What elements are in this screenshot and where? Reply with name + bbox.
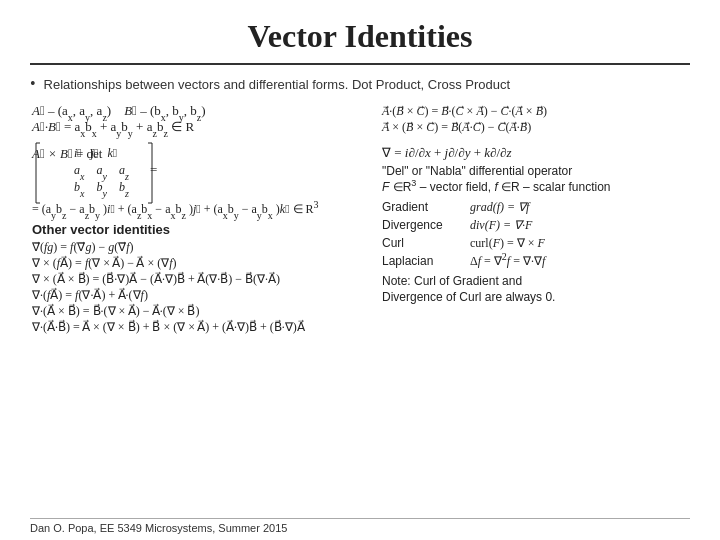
svg-text:grad(f) = ∇f: grad(f) = ∇f	[470, 200, 531, 214]
title-area: Vector Identities	[30, 0, 690, 65]
svg-text:F
             ∈R3
           : F ∈R3 – vector field, f ∈R – scalar func…	[382, 178, 611, 194]
slide-page: Vector Identities • Relationships betwee…	[0, 0, 720, 540]
subtitle-text: Relationships between vectors and differ…	[44, 77, 511, 92]
left-math-svg: A⃗ – (ax, ay, az) B⃗ – (bx, by, bz) A⃗·B…	[30, 101, 350, 411]
svg-text:=: =	[150, 162, 157, 177]
subtitle-row: • Relationships between vectors and diff…	[30, 75, 690, 93]
right-math-svg: A⃗·(B⃗ × C⃗) = B⃗·(C⃗ × A⃗) − C⃗·(A⃗ × B…	[380, 101, 690, 411]
footer-text: Dan O. Popa, EE 5349 Microsystems, Summe…	[30, 522, 287, 534]
svg-text:A⃗·(B⃗ × C⃗) = B⃗·(C⃗ × A⃗) − : A⃗·(B⃗ × C⃗) = B⃗·(C⃗ × A⃗) − C⃗·(A⃗ × B…	[381, 104, 547, 118]
svg-text:Δf
             = ∇2f
        : Δf = ∇2f = ∇·∇f	[470, 251, 547, 269]
svg-text:∇·(A⃗ × B⃗) = B⃗·(∇ × A⃗) − A⃗: ∇·(A⃗ × B⃗) = B⃗·(∇ × A⃗) − A⃗·(∇ × B⃗)	[31, 303, 200, 318]
svg-text:A⃗·B⃗
             = axbx
    : A⃗·B⃗ = axbx + ayby + azbz ∈ R	[31, 119, 194, 139]
bullet-point: •	[30, 75, 36, 93]
svg-text:Note: Curl of Gradient and: Note: Curl of Gradient and	[382, 274, 522, 288]
svg-text:div(F) = ∇·F: div(F) = ∇·F	[470, 218, 533, 232]
svg-text:∇ × (fA⃗) = f(∇ × A⃗) − A⃗ × (: ∇ × (fA⃗) = f(∇ × A⃗) − A⃗ × (∇f)	[31, 255, 177, 270]
svg-text:i⃗   j⃗   k⃗: i⃗ j⃗ k⃗	[74, 146, 117, 160]
svg-text:A⃗ × (B⃗ × C⃗) = B⃗(A⃗·C⃗) − C: A⃗ × (B⃗ × C⃗) = B⃗(A⃗·C⃗) − C⃗(A⃗·B⃗)	[381, 120, 531, 134]
svg-text:ax
               ay
         : ax ay az	[74, 163, 129, 182]
svg-text:"Del" or "Nabla" differential : "Del" or "Nabla" differential operator	[382, 164, 572, 178]
svg-text:∇⃗(fg) = f(∇⃗g) − g(∇⃗f): ∇⃗(fg) = f(∇⃗g) − g(∇⃗f)	[31, 240, 134, 254]
left-column: A⃗ – (ax, ay, az) B⃗ – (bx, by, bz) A⃗·B…	[30, 101, 360, 411]
slide-title: Vector Identities	[30, 18, 690, 55]
svg-text:∇ × (A⃗ × B⃗) = (B⃗·∇)A⃗ − (A⃗: ∇ × (A⃗ × B⃗) = (B⃗·∇)A⃗ − (A⃗·∇)B⃗ + A⃗…	[31, 271, 280, 286]
right-column: A⃗·(B⃗ × C⃗) = B⃗·(C⃗ × A⃗) − C⃗·(A⃗ × B…	[370, 101, 690, 411]
main-body: A⃗ – (ax, ay, az) B⃗ – (bx, by, bz) A⃗·B…	[30, 101, 690, 411]
svg-text:Divergence of Curl are always : Divergence of Curl are always 0.	[382, 290, 555, 304]
svg-text:∇·(fA⃗) = f(∇·A⃗) + A⃗·(∇f): ∇·(fA⃗) = f(∇·A⃗) + A⃗·(∇f)	[31, 287, 148, 302]
other-identities-label: Other vector identities	[32, 222, 170, 237]
footer: Dan O. Popa, EE 5349 Microsystems, Summe…	[30, 518, 690, 534]
svg-text:bx
               by
         : bx by bz	[74, 180, 129, 199]
svg-text:Divergence: Divergence	[382, 218, 443, 232]
svg-text:∇ = 
            i∂/∂x
       : ∇ = i∂/∂x + j∂/∂y + k∂/∂z	[381, 145, 512, 160]
content-area: • Relationships between vectors and diff…	[0, 65, 720, 411]
svg-text:Gradient: Gradient	[382, 200, 429, 214]
svg-text:Laplacian: Laplacian	[382, 254, 433, 268]
svg-text:∇·(A⃗·B⃗) = A⃗ × (∇ × B⃗) + B⃗: ∇·(A⃗·B⃗) = A⃗ × (∇ × B⃗) + B⃗ × (∇ × A⃗…	[31, 319, 306, 334]
svg-text:= (aybz
             − azby
  : = (aybz − azby )i⃗ + (azbx − axbz )j⃗ + …	[32, 199, 319, 221]
svg-text:Curl: Curl	[382, 236, 404, 250]
svg-text:curl(F) = ∇ × F: curl(F) = ∇ × F	[470, 236, 546, 250]
